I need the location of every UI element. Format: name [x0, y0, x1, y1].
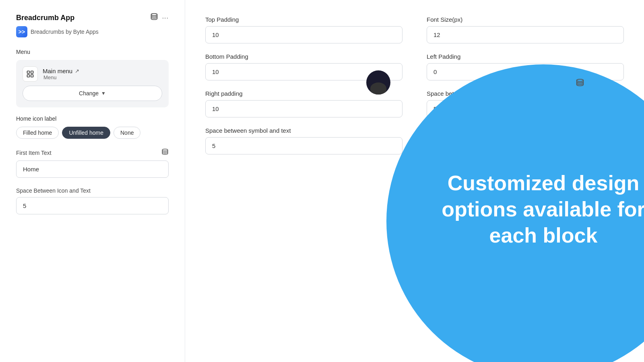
- more-options-icon[interactable]: ···: [162, 14, 169, 22]
- app-subtitle: >> Breadcrumbs by Byte Apps: [16, 26, 169, 37]
- main-content: Top Padding Font Size(px) Bottom Padding…: [185, 0, 644, 362]
- home-icon-radio-group: Filled home Unfilled home None: [16, 127, 169, 139]
- top-padding-label: Top Padding: [205, 16, 402, 23]
- space-between-symbol-text-label: Space between symbol and text: [205, 127, 402, 134]
- avatar-body: [370, 82, 386, 95]
- menu-item-content: Main menu ↗ Menu: [43, 68, 79, 80]
- menu-item-name: Main menu ↗: [43, 68, 79, 74]
- app-header-actions: ···: [150, 13, 169, 23]
- circle-text: Customized design options available for …: [386, 170, 644, 249]
- svg-point-6: [577, 79, 584, 82]
- none-option[interactable]: None: [114, 127, 140, 139]
- unfilled-home-option[interactable]: Unfilled home: [62, 127, 110, 139]
- font-size-field: Font Size(px): [427, 16, 624, 43]
- top-padding-input[interactable]: [205, 26, 402, 43]
- menu-item: Main menu ↗ Menu: [23, 66, 162, 82]
- svg-rect-1: [27, 71, 30, 74]
- home-icon-label-title: Home icon label: [16, 115, 169, 122]
- top-padding-field: Top Padding: [205, 16, 402, 43]
- menu-box: Main menu ↗ Menu Change ▼: [16, 60, 169, 107]
- right-padding-input[interactable]: [205, 100, 402, 117]
- svg-point-0: [151, 14, 157, 16]
- space-between-symbol-text-field: Space between symbol and text: [205, 127, 402, 154]
- filled-home-option[interactable]: Filled home: [16, 127, 59, 139]
- circle-db-icon: [576, 78, 584, 90]
- space-between-icon-text-group: Space Between Icon and Text: [16, 187, 169, 214]
- database-small-icon: [161, 148, 169, 157]
- menu-sub-label: Menu: [43, 74, 79, 80]
- font-size-label: Font Size(px): [427, 16, 624, 23]
- home-icon-label-section: Home icon label Filled home Unfilled hom…: [16, 115, 169, 139]
- app-subtitle-text: Breadcrumbs by Byte Apps: [31, 29, 99, 35]
- font-size-input[interactable]: [427, 26, 624, 43]
- left-padding-label: Left Padding: [427, 53, 624, 60]
- external-link-icon: ↗: [75, 68, 79, 74]
- change-button[interactable]: Change ▼: [23, 86, 162, 101]
- app-logo: >>: [16, 26, 27, 37]
- first-item-text-group: First Item Text: [16, 148, 169, 178]
- app-title: Breadcrumb App: [16, 14, 74, 22]
- database-icon[interactable]: [150, 13, 158, 23]
- avatar-area: [366, 70, 390, 95]
- app-header: Breadcrumb App ···: [16, 13, 169, 23]
- sidebar: Breadcrumb App ··· >> Breadcrumbs by: [0, 0, 185, 362]
- bottom-padding-label: Bottom Padding: [205, 53, 402, 60]
- change-button-label: Change: [79, 90, 99, 97]
- menu-label: Menu: [16, 49, 169, 55]
- svg-rect-3: [27, 75, 30, 77]
- menu-item-icon: [23, 66, 38, 82]
- space-between-symbol-text-input[interactable]: [205, 137, 402, 154]
- first-item-text-label: First Item Text: [16, 148, 169, 157]
- svg-point-5: [162, 149, 168, 151]
- logo-text: >>: [19, 29, 25, 35]
- first-item-text-input[interactable]: [16, 160, 169, 178]
- avatar: [366, 70, 390, 95]
- space-between-icon-text-input[interactable]: [16, 197, 169, 214]
- chevron-down-icon: ▼: [101, 90, 106, 96]
- space-between-icon-text-label: Space Between Icon and Text: [16, 187, 169, 194]
- svg-rect-4: [31, 75, 33, 77]
- svg-rect-2: [31, 71, 33, 74]
